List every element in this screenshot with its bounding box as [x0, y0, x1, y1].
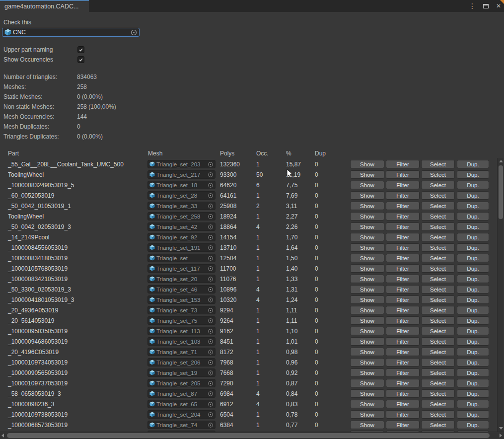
show-button[interactable]: Show: [350, 379, 384, 387]
show-button[interactable]: Show: [350, 181, 384, 189]
mesh-object-field[interactable]: Triangle_set_75: [147, 316, 216, 325]
dup-button[interactable]: Dup.: [457, 233, 489, 241]
select-button[interactable]: Select: [421, 327, 455, 335]
scroll-down-icon[interactable]: [499, 427, 503, 430]
dup-button[interactable]: Dup.: [457, 222, 489, 231]
filter-button[interactable]: Filter: [386, 202, 420, 210]
object-picker-icon[interactable]: [131, 29, 137, 36]
filter-button[interactable]: Filter: [386, 358, 420, 366]
mesh-object-field[interactable]: Triangle_set_153: [147, 295, 216, 304]
filter-button[interactable]: Filter: [386, 191, 420, 200]
show-button[interactable]: Show: [350, 212, 384, 220]
filter-button[interactable]: Filter: [386, 348, 420, 356]
show-button[interactable]: Show: [350, 275, 384, 283]
object-picker-icon[interactable]: [208, 193, 214, 199]
mesh-object-field[interactable]: Triangle_set_74: [147, 421, 216, 429]
select-button[interactable]: Select: [421, 275, 455, 283]
mesh-object-field[interactable]: Triangle_set_65: [147, 400, 216, 408]
object-picker-icon[interactable]: [208, 182, 214, 188]
show-button[interactable]: Show: [350, 368, 384, 377]
mesh-object-field[interactable]: Triangle_set_258: [147, 212, 216, 220]
object-picker-icon[interactable]: [208, 380, 214, 386]
mesh-object-field[interactable]: Triangle_set_73: [147, 306, 216, 314]
filter-button[interactable]: Filter: [386, 410, 420, 419]
dup-button[interactable]: Dup.: [457, 379, 489, 387]
dup-button[interactable]: Dup.: [457, 306, 489, 314]
vertical-scrollbar[interactable]: [497, 158, 504, 432]
object-picker-icon[interactable]: [208, 318, 214, 324]
mesh-object-field[interactable]: Triangle_set_203: [147, 160, 216, 168]
show-button[interactable]: Show: [350, 337, 384, 346]
select-button[interactable]: Select: [421, 202, 455, 210]
filter-button[interactable]: Filter: [386, 233, 420, 241]
mesh-object-field[interactable]: Triangle_set_205: [147, 379, 216, 387]
object-picker-icon[interactable]: [208, 266, 214, 272]
select-button[interactable]: Select: [421, 222, 455, 231]
show-button[interactable]: Show: [350, 233, 384, 241]
select-button[interactable]: Select: [421, 264, 455, 273]
show-button[interactable]: Show: [350, 421, 384, 429]
filter-button[interactable]: Filter: [386, 316, 420, 325]
select-button[interactable]: Select: [421, 285, 455, 293]
dup-button[interactable]: Dup.: [457, 170, 489, 179]
show-button[interactable]: Show: [350, 264, 384, 273]
show-button[interactable]: Show: [350, 348, 384, 356]
dup-button[interactable]: Dup.: [457, 368, 489, 377]
check-this-object-field[interactable]: CNC: [2, 28, 140, 37]
tab-cadchecker[interactable]: game4automation.CADC...: [0, 0, 89, 12]
show-button[interactable]: Show: [350, 410, 384, 419]
filter-button[interactable]: Filter: [386, 400, 420, 408]
object-picker-icon[interactable]: [208, 214, 214, 220]
filter-button[interactable]: Filter: [386, 295, 420, 304]
object-picker-icon[interactable]: [208, 203, 214, 209]
dup-button[interactable]: Dup.: [457, 264, 489, 273]
select-button[interactable]: Select: [421, 191, 455, 200]
filter-button[interactable]: Filter: [386, 389, 420, 398]
filter-button[interactable]: Filter: [386, 170, 420, 179]
object-picker-icon[interactable]: [208, 349, 214, 355]
mesh-object-field[interactable]: Triangle_set_191: [147, 243, 216, 252]
dup-button[interactable]: Dup.: [457, 316, 489, 325]
select-button[interactable]: Select: [421, 337, 455, 346]
mesh-object-field[interactable]: Triangle_set_204: [147, 410, 216, 419]
dup-button[interactable]: Dup.: [457, 348, 489, 356]
scroll-right-icon[interactable]: [500, 434, 502, 438]
mesh-object-field[interactable]: Triangle_set_206: [147, 358, 216, 366]
filter-button[interactable]: Filter: [386, 264, 420, 273]
object-picker-icon[interactable]: [208, 234, 214, 240]
show-button[interactable]: Show: [350, 306, 384, 314]
show-button[interactable]: Show: [350, 316, 384, 325]
dup-button[interactable]: Dup.: [457, 285, 489, 293]
select-button[interactable]: Select: [421, 170, 455, 179]
filter-button[interactable]: Filter: [386, 160, 420, 168]
scroll-up-icon[interactable]: [499, 160, 503, 162]
select-button[interactable]: Select: [421, 254, 455, 262]
dup-button[interactable]: Dup.: [457, 275, 489, 283]
dup-button[interactable]: Dup.: [457, 337, 489, 346]
checkbox[interactable]: [77, 46, 84, 53]
show-button[interactable]: Show: [350, 202, 384, 210]
show-button[interactable]: Show: [350, 191, 384, 200]
filter-button[interactable]: Filter: [386, 254, 420, 262]
show-button[interactable]: Show: [350, 358, 384, 366]
select-button[interactable]: Select: [421, 212, 455, 220]
object-picker-icon[interactable]: [208, 224, 214, 230]
filter-button[interactable]: Filter: [386, 421, 420, 429]
show-button[interactable]: Show: [350, 170, 384, 179]
mesh-object-field[interactable]: Triangle_set_46: [147, 285, 216, 293]
mesh-object-field[interactable]: Triangle_set_18: [147, 181, 216, 189]
select-button[interactable]: Select: [421, 358, 455, 366]
window-menu-icon[interactable]: ⋮: [469, 2, 476, 9]
scroll-left-icon[interactable]: [1, 434, 4, 438]
filter-button[interactable]: Filter: [386, 306, 420, 314]
mesh-object-field[interactable]: Triangle_set_113: [147, 327, 216, 335]
mesh-object-field[interactable]: Triangle_set_28: [147, 191, 216, 200]
mesh-object-field[interactable]: Triangle_set_33: [147, 202, 216, 210]
select-button[interactable]: Select: [421, 410, 455, 419]
dup-button[interactable]: Dup.: [457, 327, 489, 335]
dup-button[interactable]: Dup.: [457, 243, 489, 252]
select-button[interactable]: Select: [421, 389, 455, 398]
filter-button[interactable]: Filter: [386, 368, 420, 377]
mesh-object-field[interactable]: Triangle_set_92: [147, 233, 216, 241]
dup-button[interactable]: Dup.: [457, 181, 489, 189]
